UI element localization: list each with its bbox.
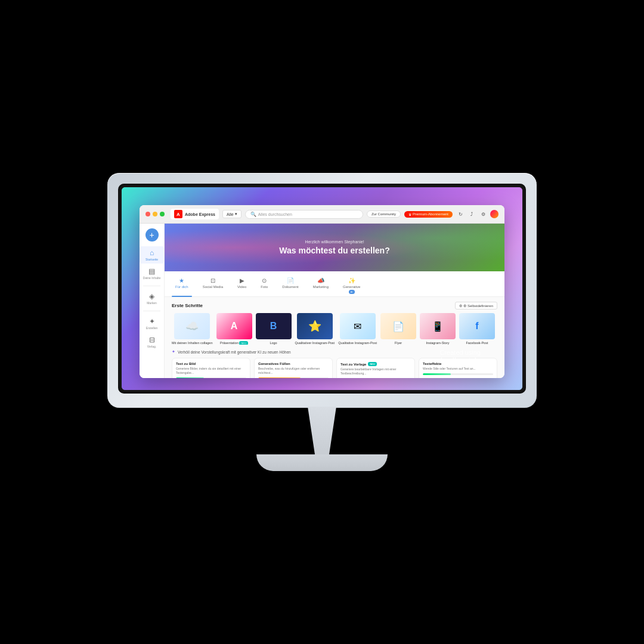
ai-card-text-to-template[interactable]: Text zu Vorlage NEU Generiere bearbeitba… [336,358,415,378]
traffic-lights [145,212,165,216]
ai-card-text-to-image[interactable]: Text zu Bild Generiere Bilder, indem du … [172,358,250,378]
sidebar-home-label: Startseite [145,258,158,261]
tab-social-media[interactable]: ⊡ Social Media [199,275,227,296]
tab-dokument[interactable]: 📄 Dokument [278,275,302,296]
header-icons: ↻ ⤴ ⚙ [456,210,499,218]
sidebar-item-templates[interactable]: ⊟ Vorlag. [140,333,164,351]
user-avatar[interactable] [490,210,499,218]
ai-progress-bar-1 [176,377,204,378]
sidebar-create-label: Erstellen [146,326,157,330]
minimize-button[interactable] [153,212,157,216]
generative-icon: ✨ [348,277,355,284]
premium-button[interactable]: ♛ Premium-Abonnement [404,211,453,218]
tab-generative-label: Generative [343,285,360,289]
tab-social-label: Social Media [203,285,223,289]
video-icon: ▶ [240,277,244,284]
browser-chrome: A Adobe Express Alle ▾ 🔍 Alles durchsuch… [140,205,504,224]
home-icon: ⌂ [150,249,154,257]
template-flyer[interactable]: 📄 Flyer [380,313,416,345]
monitor: A Adobe Express Alle ▾ 🔍 Alles durchsuch… [107,173,537,471]
tab-marketing[interactable]: 📣 Marketing [309,275,332,296]
template-thumb-story: 📱 [420,313,456,339]
tab-video-label: Video [237,285,246,289]
template-thumb-logo: B [256,313,292,339]
search-icon: 🔍 [250,212,256,217]
sidebar-item-content[interactable]: ▤ Deine Inhalte [140,265,164,282]
tab-foto-label: Foto [261,285,268,289]
template-presentation[interactable]: A Präsentation NEU [216,313,252,345]
marketing-icon: 📣 [317,277,324,284]
sidebar-divider-1 [143,286,160,286]
template-qualitative[interactable]: ✉ Qualitative Instagram-Post [338,313,377,345]
ai-progress-2 [258,377,329,378]
close-button[interactable] [145,212,150,216]
ai-card-2-title: Generatives Füllen [258,362,329,366]
tab-fuer-dich[interactable]: ★ Für dich [172,275,192,296]
tab-video[interactable]: ▶ Video [234,275,250,296]
ai-badge: AI [349,290,355,294]
sidebar-item-home[interactable]: ⌂ Startseite [140,246,164,264]
ai-card-2-desc: Beschreibe, was du hinzufügen oder entfe… [258,367,329,375]
section-header: Erste Schritte ⚙ ⚙ Selbstdefinieren [172,302,497,309]
template-thumb-facebook: f [459,313,495,339]
new-badge-3: NEU [368,362,376,366]
app-sidebar: + ⌂ Startseite ▤ Deine Inhalte [140,224,165,378]
search-bar[interactable]: 🔍 Alles durchsuchen [245,210,363,219]
ai-card-generative-fill[interactable]: Generatives Füllen Beschreibe, was du hi… [254,358,333,378]
spark-icon: ✦ [172,349,175,354]
template-collagen[interactable]: ☁️ Mit deinen Inhalten collagen [172,313,213,345]
tab-generative[interactable]: ✨ Generative AI [339,275,364,296]
monitor-screen: A Adobe Express Alle ▾ 🔍 Alles durchsuch… [122,187,522,390]
template-facebook-label: Facebook-Post [466,341,488,345]
folder-icon: ▤ [148,267,155,275]
hero-subtitle: Herzlich willkommen Stephanie! [305,240,364,244]
category-dropdown[interactable]: Alle ▾ [222,210,242,218]
template-thumb-qualitative: ✉ [340,313,376,339]
refresh-icon[interactable]: ↻ [456,210,465,218]
template-facebook[interactable]: f Facebook-Post [459,313,495,345]
template-collagen-label: Mit deinen Inhalten collagen [172,341,213,345]
hero-title: Was möchtest du erstellen? [279,246,389,255]
ai-card-4-desc: Wende Stile oder Texturen auf Text an... [423,367,493,371]
tab-dokument-label: Dokument [282,285,298,289]
tab-foto[interactable]: ⊙ Foto [257,275,271,296]
ai-progress-bar-4 [423,373,451,375]
first-steps-title: Erste Schritte [172,303,203,308]
create-icon: ✦ [149,317,155,326]
selbst-button[interactable]: ⚙ ⚙ Selbstdefinieren [455,302,497,309]
share-icon[interactable]: ⤴ [467,210,476,218]
sidebar-item-create[interactable]: ✦ Erstellen [140,315,164,332]
app-name-label: Adobe Express [185,212,215,216]
social-icon: ⊡ [210,277,215,284]
ai-card-3-desc: Generiere bearbeitbare Vorlagen mit eine… [340,367,411,376]
template-logo[interactable]: B Logo [256,313,292,345]
sidebar-templates-label: Vorlag. [147,345,157,348]
template-instagram-label: Qualitativer Instagram-Post [295,341,335,345]
gear-icon: ⚙ [459,304,462,308]
first-steps-section: Erste Schritte ⚙ ⚙ Selbstdefinieren [165,297,504,349]
ai-progress-bar-2 [258,377,301,378]
foto-icon: ⊙ [262,277,267,284]
adobe-icon: A [174,210,182,218]
ai-progress-4 [423,373,493,375]
community-button[interactable]: Zur Community [367,210,401,218]
templates-row: ☁️ Mit deinen Inhalten collagen A [172,313,497,345]
template-logo-label: Logo [270,341,277,345]
settings-icon[interactable]: ⚙ [479,210,487,218]
maximize-button[interactable] [160,212,165,216]
sidebar-brands-label: Marken [147,301,157,305]
template-story[interactable]: 📱 Instagram-Story [420,313,456,345]
sidebar-content-label: Deine Inhalte [143,276,160,280]
monitor-stand-neck [298,407,346,454]
templates-icon: ⊟ [149,336,155,344]
adobe-logo[interactable]: A Adobe Express [171,209,219,219]
template-instagram-post[interactable]: ⭐ Qualitativer Instagram-Post [295,313,335,345]
pika-watermark: Created using ↳ pika.style [439,349,481,365]
sidebar-add-button[interactable]: + [145,228,159,242]
ai-card-1-desc: Generiere Bilder, indem du sie detaillie… [176,367,246,375]
template-flyer-label: Flyer [395,341,402,345]
tab-marketing-label: Marketing [313,285,329,289]
sidebar-item-brands[interactable]: ◈ Marken [140,290,164,307]
template-thumb-collagen: ☁️ [174,313,210,339]
doc-icon: 📄 [287,277,294,284]
